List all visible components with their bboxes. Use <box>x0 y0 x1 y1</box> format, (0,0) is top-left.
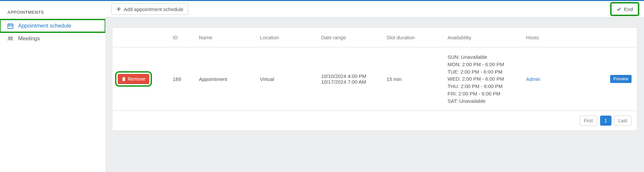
col-preview <box>595 28 637 47</box>
sidebar-item-label: Meetings <box>18 36 40 42</box>
people-icon <box>7 36 13 42</box>
col-name: Name <box>194 28 255 47</box>
toolbar: Add appointment schedule End <box>105 1 644 17</box>
trash-icon <box>122 77 126 81</box>
col-slot-duration: Slot duration <box>381 28 442 47</box>
svg-rect-13 <box>123 77 124 77</box>
appointment-table-card: ID Name Location Date range Slot duratio… <box>112 28 637 131</box>
svg-rect-5 <box>10 26 11 27</box>
col-hosts: Hosts <box>521 28 595 47</box>
plus-icon <box>116 7 121 11</box>
add-appointment-schedule-button[interactable]: Add appointment schedule <box>111 3 189 15</box>
svg-rect-6 <box>11 26 12 27</box>
date-range-line2: 10/17/2024 7:00 AM <box>321 79 376 85</box>
pager-first-button[interactable]: First <box>580 116 597 126</box>
col-date-range: Date range <box>316 28 381 47</box>
sidebar-item-appointment-schedule[interactable]: Appointment schedule <box>0 19 105 32</box>
sidebar-item-label: Appointment schedule <box>18 23 71 29</box>
svg-point-8 <box>11 37 12 39</box>
cell-location: Virtual <box>255 47 316 111</box>
cell-availability: SUN: Unavailable MON: 2:00 PM - 6:00 PM … <box>442 47 521 111</box>
svg-rect-4 <box>9 26 9 27</box>
content: ID Name Location Date range Slot duratio… <box>105 17 644 141</box>
date-range-line1: 10/10/2024 4:00 PM <box>321 73 376 79</box>
main: Add appointment schedule End <box>105 1 644 172</box>
table-header-row: ID Name Location Date range Slot duratio… <box>112 28 637 47</box>
svg-rect-11 <box>122 78 125 81</box>
sidebar-heading: APPOINTMENTS <box>0 7 105 19</box>
availability-thu: THU: 2:00 PM - 6:00 PM <box>447 83 515 90</box>
add-button-label: Add appointment schedule <box>124 6 183 12</box>
table-pagination: First 1 Last <box>112 111 637 130</box>
availability-wed: WED: 2:00 PM - 6:00 PM <box>447 75 515 83</box>
end-button-label: End <box>624 6 633 12</box>
pager-last-button[interactable]: Last <box>614 116 632 126</box>
calendar-icon <box>7 23 13 29</box>
host-link[interactable]: Admin <box>526 76 540 82</box>
cell-hosts: Admin <box>521 47 595 111</box>
availability-mon: MON: 2:00 PM - 6:00 PM <box>447 61 515 68</box>
svg-rect-12 <box>122 77 125 78</box>
cell-slot-duration: 15 min <box>381 47 442 111</box>
availability-sun: SUN: Unavailable <box>447 53 515 61</box>
sidebar: APPOINTMENTS Appointment schedule Meetin… <box>0 1 105 172</box>
cell-id: 189 <box>167 47 194 111</box>
availability-sat: SAT: Unavailable <box>447 97 515 105</box>
remove-button[interactable]: Remove <box>118 74 149 84</box>
cell-name: Appointment <box>194 47 255 111</box>
end-button[interactable]: End <box>611 3 638 15</box>
availability-fri: FRI: 2:00 PM - 6:00 PM <box>447 90 515 97</box>
table-row: Remove 189 Appointment Virtual 10/10/202… <box>112 47 637 111</box>
sidebar-item-meetings[interactable]: Meetings <box>0 32 105 45</box>
remove-button-label: Remove <box>128 76 145 82</box>
check-icon <box>616 7 621 11</box>
pager-page-1-button[interactable]: 1 <box>600 116 611 126</box>
cell-date-range: 10/10/2024 4:00 PM 10/17/2024 7:00 AM <box>316 47 381 111</box>
col-location: Location <box>255 28 316 47</box>
availability-tue: TUE: 2:00 PM - 6:00 PM <box>447 68 515 76</box>
col-actions <box>112 28 167 47</box>
svg-point-7 <box>8 37 10 39</box>
col-availability: Availability <box>442 28 521 47</box>
appointment-table: ID Name Location Date range Slot duratio… <box>112 28 637 111</box>
col-id: ID <box>167 28 194 47</box>
preview-button[interactable]: Preview <box>610 75 632 83</box>
